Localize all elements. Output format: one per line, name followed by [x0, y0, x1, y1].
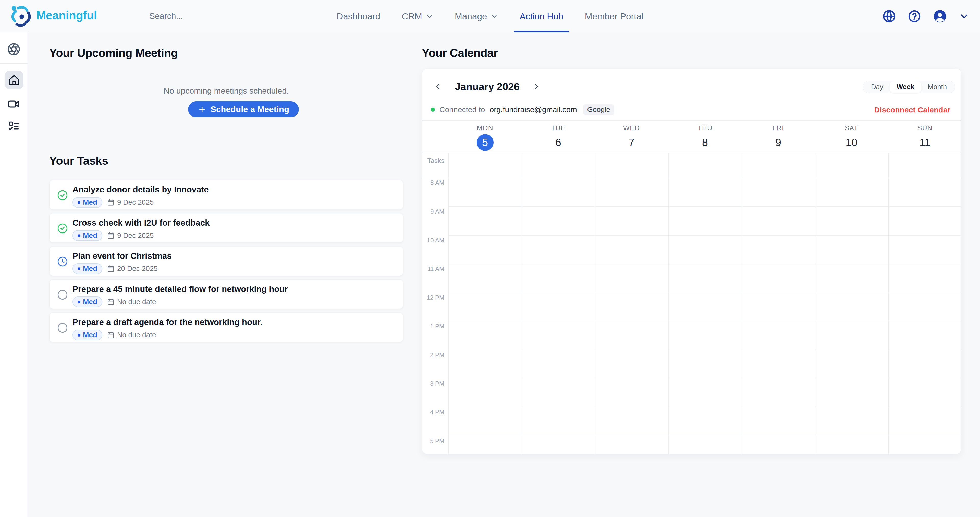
help-icon[interactable]: [907, 10, 921, 23]
sidebar-item-tasks[interactable]: [8, 120, 20, 132]
priority-label: Med: [83, 298, 97, 306]
day-date: 8: [668, 134, 741, 151]
day-column-header-thu[interactable]: THU 8: [668, 120, 741, 153]
calendar-icon: [107, 232, 115, 239]
day-name: THU: [668, 124, 741, 132]
aperture-icon[interactable]: [7, 43, 21, 56]
priority-dot: [78, 334, 80, 336]
chevron-right-icon: [532, 82, 541, 91]
provider-badge: Google: [583, 104, 614, 115]
priority-badge: Med: [73, 230, 102, 241]
brand-logo[interactable]: Meaningful: [9, 3, 97, 27]
task-meta: Med 9 Dec 2025: [73, 230, 154, 241]
nav-label: CRM: [402, 11, 422, 21]
nav-item-action-hub[interactable]: Action Hub: [520, 0, 563, 32]
calendar-title: Your Calendar: [422, 46, 498, 60]
task-row[interactable]: Prepare a 45 minute detailed flow for ne…: [49, 279, 403, 309]
day-name: TUE: [522, 124, 595, 132]
home-icon: [8, 74, 20, 86]
grid-vline: [888, 153, 889, 454]
sidebar-divider: [0, 63, 27, 64]
priority-dot: [78, 201, 80, 204]
nav-label: Manage: [455, 11, 487, 21]
globe-icon[interactable]: [882, 9, 896, 24]
main-nav: Dashboard CRM Manage Action Hub Member P…: [337, 0, 643, 32]
view-week-button[interactable]: Week: [890, 81, 921, 93]
sidebar-item-meetings[interactable]: [7, 98, 20, 110]
day-column-header-wed[interactable]: WED 7: [595, 120, 668, 153]
task-in-progress-icon[interactable]: [57, 256, 68, 267]
schedule-meeting-button[interactable]: Schedule a Meeting: [188, 101, 299, 117]
day-date: 10: [815, 134, 888, 151]
priority-label: Med: [83, 265, 97, 273]
next-month-button[interactable]: [530, 81, 542, 92]
hour-label: 2 PM: [422, 352, 444, 359]
task-open-circle-icon[interactable]: [57, 289, 68, 300]
hour-label: 8 AM: [422, 179, 444, 186]
nav-item-member-portal[interactable]: Member Portal: [585, 0, 644, 32]
account-avatar-icon[interactable]: [932, 9, 947, 24]
due-date-label: No due date: [117, 298, 156, 306]
grid-hline: [449, 235, 961, 236]
task-open-circle-icon[interactable]: [57, 322, 68, 333]
task-row[interactable]: Prepare a draft agenda for the networkin…: [49, 312, 403, 342]
task-row[interactable]: Cross check with I2U for feedback Med 9 …: [49, 213, 403, 243]
sidebar-item-home[interactable]: [5, 71, 23, 89]
task-due-date: 20 Dec 2025: [107, 265, 158, 273]
task-due-date: No due date: [107, 298, 156, 306]
hour-label: 1 PM: [422, 323, 444, 330]
task-completed-icon[interactable]: [57, 190, 68, 201]
schedule-meeting-label: Schedule a Meeting: [210, 105, 289, 114]
grid-hline-8am: [422, 178, 961, 178]
previous-month-button[interactable]: [432, 81, 444, 92]
task-meta: Med No due date: [73, 297, 156, 307]
priority-label: Med: [83, 331, 97, 339]
due-date-label: 20 Dec 2025: [117, 265, 158, 273]
day-column-header-sun[interactable]: SUN 11: [888, 120, 961, 153]
nav-label: Action Hub: [520, 11, 563, 21]
grid-hline: [449, 206, 961, 207]
task-meta: Med 20 Dec 2025: [73, 263, 158, 274]
task-title: Cross check with I2U for feedback: [73, 218, 210, 228]
grid-hline: [449, 321, 961, 322]
day-column-header-tue[interactable]: TUE 6: [522, 120, 595, 153]
task-title: Plan event for Christmas: [73, 251, 172, 261]
search-input[interactable]: [149, 8, 292, 24]
week-grid[interactable]: Tasks 8 AM 9 AM 10 AM 11 AM 12 PM 1 PM 2…: [422, 153, 961, 454]
view-month-button[interactable]: Month: [921, 81, 953, 93]
day-column-header-mon[interactable]: MON 5: [449, 120, 522, 153]
calendar-icon: [107, 265, 115, 273]
chevron-down-icon: [426, 13, 433, 20]
day-column-header-fri[interactable]: FRI 9: [741, 120, 815, 153]
disconnect-calendar-link[interactable]: Disconnect Calendar: [874, 106, 950, 114]
priority-label: Med: [83, 232, 97, 239]
nav-item-crm[interactable]: CRM: [402, 0, 433, 32]
connected-status-dot: [431, 108, 435, 112]
nav-item-manage[interactable]: Manage: [455, 0, 498, 32]
day-column-header-sat[interactable]: SAT 10: [815, 120, 888, 153]
selected-day-circle[interactable]: 5: [477, 134, 493, 151]
hour-label: 5 PM: [422, 438, 444, 445]
top-actions: [882, 0, 970, 32]
calendar-icon: [107, 298, 115, 306]
task-row[interactable]: Plan event for Christmas Med 20 Dec 2025: [49, 246, 403, 276]
task-completed-icon[interactable]: [57, 223, 68, 234]
hour-label: 12 PM: [422, 294, 444, 301]
task-meta: Med 9 Dec 2025: [73, 197, 154, 208]
grid-hline: [449, 379, 961, 379]
task-row[interactable]: Analyze donor details by Innovate Med 9 …: [49, 180, 403, 209]
hour-label: 10 AM: [422, 237, 444, 244]
grid-vline: [815, 153, 815, 454]
day-date: 5: [449, 134, 522, 151]
task-due-date: 9 Dec 2025: [107, 232, 154, 239]
day-name: MON: [449, 124, 522, 132]
account-menu-chevron-icon[interactable]: [959, 11, 970, 22]
calendar-card: January 2026 Day Week Month Connected to…: [422, 68, 961, 454]
no-meetings-message: No upcoming meetings scheduled.: [49, 86, 403, 95]
grid-vline: [522, 153, 522, 454]
due-date-label: 9 Dec 2025: [117, 232, 154, 239]
nav-item-dashboard[interactable]: Dashboard: [337, 0, 380, 32]
view-day-button[interactable]: Day: [864, 81, 890, 93]
grid-hline: [449, 264, 961, 264]
all-day-tasks-row-label: Tasks: [422, 157, 444, 165]
